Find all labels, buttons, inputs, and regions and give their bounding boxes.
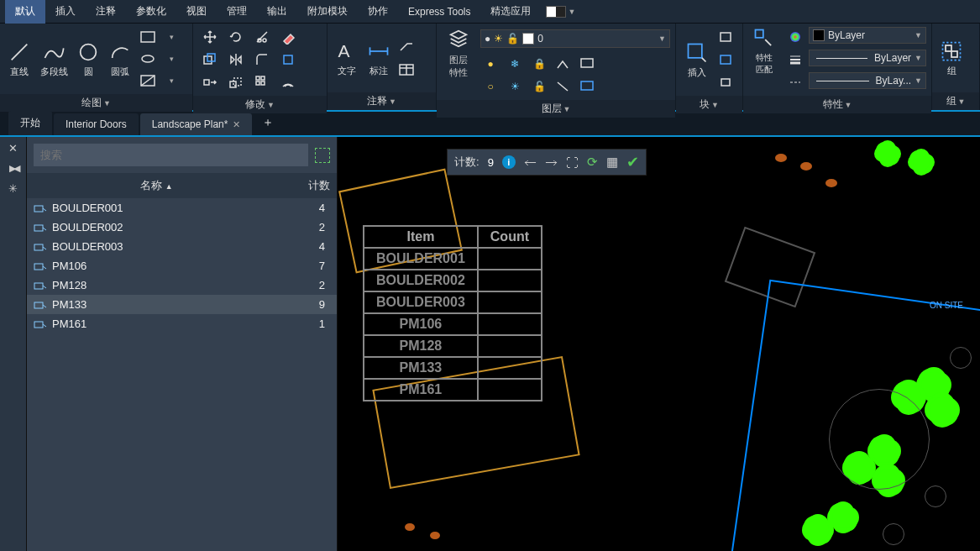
col-count[interactable]: 计数 bbox=[280, 178, 330, 193]
file-tab-start[interactable]: 开始 bbox=[8, 111, 52, 135]
next-icon[interactable]: 🡒 bbox=[545, 155, 558, 170]
array-button[interactable] bbox=[252, 72, 272, 92]
menu-tab-view[interactable]: 视图 bbox=[176, 0, 217, 24]
info-icon[interactable]: i bbox=[502, 155, 516, 169]
reselect-icon[interactable]: ⟳ bbox=[587, 155, 598, 170]
menu-tab-express[interactable]: Express Tools bbox=[398, 1, 480, 23]
scale-button[interactable] bbox=[226, 72, 246, 92]
panel-block-title[interactable]: 块▼ bbox=[676, 96, 742, 113]
row-count: 4 bbox=[296, 202, 330, 214]
palette-settings-icon[interactable]: ✳ bbox=[8, 182, 18, 195]
menu-tab-insert[interactable]: 插入 bbox=[45, 0, 86, 24]
table-row[interactable]: PM1282 bbox=[27, 276, 337, 295]
block-edit-button[interactable] bbox=[716, 50, 736, 70]
table-row[interactable]: BOULDER0034 bbox=[27, 237, 337, 256]
ellipse-button[interactable] bbox=[138, 49, 158, 69]
layer-thaw-button[interactable]: ☀ bbox=[505, 76, 525, 97]
layer-combo[interactable]: ● ☀ 🔓 0 ▼ bbox=[480, 29, 670, 48]
zoom-extents-icon[interactable]: ⛶ bbox=[566, 155, 579, 170]
rect-button[interactable] bbox=[138, 27, 158, 47]
chevron-down-icon[interactable]: ▼ bbox=[914, 54, 922, 62]
rotate-button[interactable] bbox=[226, 27, 246, 47]
layer-on-button[interactable]: ○ bbox=[480, 76, 500, 97]
layer-freeze-button[interactable]: ❄ bbox=[505, 54, 525, 74]
layer-props-button[interactable] bbox=[442, 27, 475, 50]
chevron-down-icon[interactable]: ▾ bbox=[161, 71, 181, 91]
leader-button[interactable] bbox=[396, 36, 417, 56]
arc-button[interactable]: 圆弧 bbox=[106, 40, 134, 78]
layout-toggle-icon[interactable] bbox=[546, 6, 566, 18]
menu-tab-default[interactable]: 默认 bbox=[5, 0, 45, 24]
menu-tab-addins[interactable]: 附加模块 bbox=[297, 0, 358, 24]
fillet-button[interactable] bbox=[252, 50, 272, 70]
chevron-down-icon[interactable]: ▼ bbox=[914, 31, 922, 39]
file-tab-interior[interactable]: Interior Doors bbox=[54, 113, 139, 135]
layer-more-button[interactable] bbox=[578, 54, 598, 74]
close-icon[interactable]: ✕ bbox=[233, 119, 240, 130]
table-row[interactable]: PM1067 bbox=[27, 256, 337, 276]
panel-draw-title[interactable]: 绘图▼ bbox=[0, 94, 192, 112]
text-button[interactable]: A 文字 bbox=[333, 39, 361, 77]
explode-button[interactable] bbox=[278, 50, 298, 70]
palette-close-icon[interactable]: ✕ bbox=[8, 142, 18, 155]
menu-tab-collab[interactable]: 协作 bbox=[358, 0, 398, 24]
stretch-button[interactable] bbox=[200, 72, 220, 92]
group-button[interactable]: 组 bbox=[937, 39, 966, 77]
col-name[interactable]: 名称 ▲ bbox=[34, 178, 280, 193]
polyline-button[interactable]: 多段线 bbox=[37, 40, 71, 78]
mirror-button[interactable] bbox=[226, 50, 246, 70]
table-row[interactable]: BOULDER0022 bbox=[27, 218, 337, 237]
panel-group-title[interactable]: 组▼ bbox=[932, 92, 979, 110]
layer-match-button[interactable] bbox=[553, 54, 574, 74]
chevron-down-icon[interactable]: ▼ bbox=[658, 34, 666, 43]
search-input[interactable] bbox=[34, 144, 308, 166]
hatch-button[interactable] bbox=[138, 71, 158, 91]
panel-layers-title[interactable]: 图层▼ bbox=[437, 100, 675, 118]
panel-annot-title[interactable]: 注释▼ bbox=[328, 92, 436, 110]
table-row[interactable]: PM1611 bbox=[27, 314, 337, 333]
drawing-canvas[interactable]: 计数: 9 i 🡐 🡒 ⛶ ⟳ ▦ ✔ ItemCount BOULDER001… bbox=[338, 137, 980, 551]
erase-button[interactable] bbox=[278, 27, 298, 47]
linetype-combo[interactable]: ByLay... ▼ bbox=[809, 72, 926, 89]
dim-button[interactable]: 标注 bbox=[364, 39, 393, 77]
color-wheel-icon[interactable] bbox=[785, 27, 805, 47]
file-tab-landscape[interactable]: Landscape Plan* ✕ bbox=[140, 113, 253, 135]
new-tab-button[interactable]: ＋ bbox=[254, 110, 282, 135]
insert-table-icon[interactable]: ▦ bbox=[606, 155, 618, 170]
layer-off-button[interactable]: ● bbox=[480, 54, 500, 74]
layer-lock-button[interactable]: 🔒 bbox=[529, 54, 549, 74]
chevron-down-icon[interactable]: ▾ bbox=[161, 49, 181, 69]
prev-icon[interactable]: 🡐 bbox=[524, 155, 537, 170]
circle-button[interactable]: 圆 bbox=[74, 40, 102, 78]
lineweight-combo[interactable]: ByLayer ▼ bbox=[809, 50, 926, 66]
color-combo[interactable]: ByLayer ▼ bbox=[809, 27, 926, 44]
layer-iso-button[interactable] bbox=[553, 76, 574, 97]
move-button[interactable] bbox=[200, 27, 220, 47]
panel-props-title[interactable]: 特性▼ bbox=[743, 96, 931, 113]
menu-tab-annotate[interactable]: 注释 bbox=[86, 0, 126, 24]
menu-tab-manage[interactable]: 管理 bbox=[217, 0, 257, 24]
boulder-block bbox=[405, 523, 415, 531]
menu-tab-output[interactable]: 输出 bbox=[257, 0, 297, 24]
line-button[interactable]: 直线 bbox=[5, 40, 34, 78]
select-objects-icon[interactable] bbox=[315, 148, 330, 163]
table-button[interactable] bbox=[396, 60, 417, 80]
confirm-icon[interactable]: ✔ bbox=[626, 153, 639, 171]
copy-button[interactable] bbox=[200, 50, 220, 70]
insert-block-button[interactable]: 插入 bbox=[681, 41, 713, 79]
block-create-button[interactable] bbox=[716, 27, 736, 47]
match-props-button[interactable]: 特性 匹配 bbox=[748, 27, 780, 76]
table-row[interactable]: BOULDER0014 bbox=[27, 198, 337, 218]
table-row[interactable]: PM1339 bbox=[27, 295, 337, 314]
chevron-down-icon[interactable]: ▾ bbox=[161, 27, 181, 47]
chevron-down-icon[interactable]: ▼ bbox=[914, 76, 922, 85]
palette-collapse-icon[interactable]: ▶◀ bbox=[9, 163, 18, 174]
menu-overflow-icon[interactable]: ▼ bbox=[568, 8, 575, 16]
offset-button[interactable] bbox=[278, 72, 298, 92]
trim-button[interactable] bbox=[252, 27, 272, 47]
block-attr-button[interactable] bbox=[716, 72, 736, 92]
layer-state-button[interactable] bbox=[578, 76, 598, 97]
menu-tab-parametric[interactable]: 参数化 bbox=[126, 0, 176, 24]
menu-tab-featured[interactable]: 精选应用 bbox=[480, 0, 541, 24]
layer-unlock-button[interactable]: 🔓 bbox=[529, 76, 549, 97]
